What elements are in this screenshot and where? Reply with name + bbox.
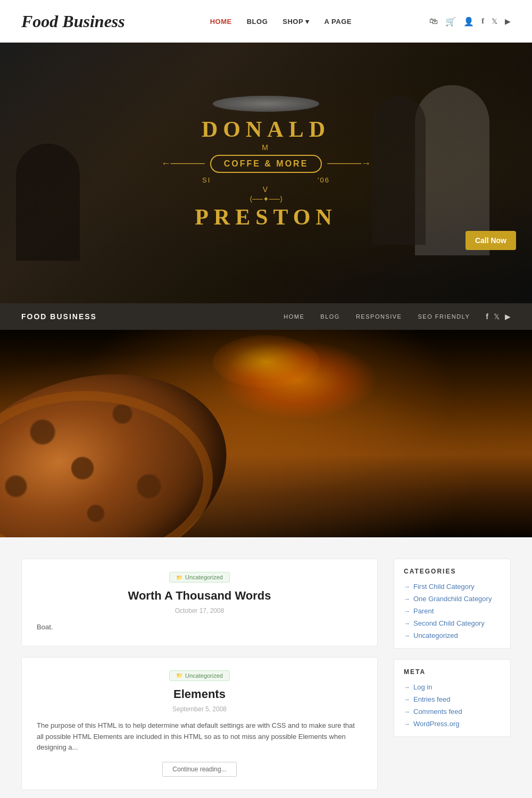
hero-year: '06: [318, 176, 330, 184]
pizza-section: [0, 330, 532, 537]
meta-list: Log in Entries feed Comments feed WordPr…: [404, 683, 501, 728]
post-card-1: Uncategorized Worth A Thousand Words Oct…: [21, 559, 378, 646]
list-item: Parent: [404, 607, 501, 615]
hero-donald-text: DONALD: [202, 117, 330, 142]
hero-logo-content: DONALD M ←───── COFFE & MORE ─────→ SI '…: [161, 117, 371, 230]
second-bar: FOOD BUSINESS HOME BLOG RESPONSIVE SEO F…: [0, 303, 532, 330]
post-2-date: September 5, 2008: [37, 705, 362, 713]
categories-widget: CATEGORIES First Child Category One Gran…: [394, 559, 511, 649]
post-1-excerpt: Boat.: [37, 622, 362, 633]
sub-arrow-left: ⟨──✦──⟩: [250, 195, 282, 203]
post-2-category: Uncategorized: [37, 670, 362, 681]
bag-icon[interactable]: 🛍: [429, 16, 438, 26]
post-2-title: Elements: [37, 687, 362, 701]
content-area: Uncategorized Worth A Thousand Words Oct…: [0, 537, 532, 798]
youtube-icon[interactable]: ▶: [505, 17, 511, 26]
post-1-date: October 17, 2008: [37, 607, 362, 614]
category-first-child[interactable]: First Child Category: [404, 583, 501, 591]
meta-wordpress[interactable]: WordPress.org: [404, 720, 501, 728]
continue-reading-wrapper: Continue reading...: [37, 762, 362, 777]
second-youtube-icon[interactable]: ▶: [505, 312, 511, 321]
category-second-child[interactable]: Second Child Category: [404, 619, 501, 627]
second-nav-blog[interactable]: BLOG: [320, 313, 340, 320]
call-now-button[interactable]: Call Now: [466, 231, 516, 250]
top-navigation: Food Business HOME BLOG SHOP ▾ A PAGE 🛍 …: [0, 0, 532, 43]
main-nav: HOME BLOG SHOP ▾ A PAGE: [210, 18, 352, 26]
second-nav: HOME BLOG RESPONSIVE SEO FRIENDLY: [284, 313, 470, 320]
category-badge-1[interactable]: Uncategorized: [169, 572, 230, 583]
user-icon[interactable]: 👤: [463, 16, 474, 27]
list-item: WordPress.org: [404, 720, 501, 728]
hero-preston-text: PRESTON: [195, 204, 337, 230]
pizza-image: [0, 362, 303, 537]
arrow-right-icon: ─────→: [327, 158, 371, 169]
sidebar: CATEGORIES First Child Category One Gran…: [394, 559, 511, 790]
site-title: Food Business: [21, 12, 125, 31]
list-item: Comments feed: [404, 708, 501, 716]
list-item: Entries feed: [404, 695, 501, 703]
second-nav-responsive[interactable]: RESPONSIVE: [356, 313, 402, 320]
post-1-category: Uncategorized: [37, 572, 362, 583]
continue-reading-button[interactable]: Continue reading...: [162, 762, 236, 777]
list-item: First Child Category: [404, 583, 501, 591]
list-item: Uncategorized: [404, 631, 501, 639]
list-item: One Grandchild Category: [404, 595, 501, 603]
hero-section: DONALD M ←───── COFFE & MORE ─────→ SI '…: [0, 43, 532, 303]
twitter-icon[interactable]: 𝕏: [492, 17, 497, 26]
hero-si-06-row: SI '06: [202, 176, 330, 184]
category-badge-2[interactable]: Uncategorized: [169, 670, 230, 681]
category-parent[interactable]: Parent: [404, 607, 501, 615]
main-content: Uncategorized Worth A Thousand Words Oct…: [21, 559, 378, 790]
category-uncategorized[interactable]: Uncategorized: [404, 631, 501, 639]
nav-icons: 🛍 🛒 👤 f 𝕏 ▶: [429, 16, 511, 27]
arrow-left-icon: ←─────: [161, 158, 205, 169]
hero-v-text: V: [263, 185, 269, 194]
hero-logo: DONALD M ←───── COFFE & MORE ─────→ SI '…: [161, 117, 371, 230]
nav-blog[interactable]: BLOG: [247, 18, 268, 26]
hero-sub-arrows: ⟨──✦──⟩: [250, 195, 282, 203]
category-grandchild[interactable]: One Grandchild Category: [404, 595, 501, 603]
second-bar-icons: f 𝕏 ▶: [486, 312, 511, 321]
hero-arrows-row: ←───── COFFE & MORE ─────→: [161, 155, 371, 173]
post-card-2: Uncategorized Elements September 5, 2008…: [21, 657, 378, 790]
cart-icon[interactable]: 🛒: [445, 16, 456, 27]
second-twitter-icon[interactable]: 𝕏: [494, 312, 500, 321]
hero-si: SI: [202, 176, 211, 184]
categories-list: First Child Category One Grandchild Cate…: [404, 583, 501, 639]
post-2-excerpt: The purpose of this HTML is to help dete…: [37, 720, 362, 753]
meta-title: META: [404, 668, 501, 676]
hero-m-text: M: [262, 143, 270, 152]
second-nav-seo[interactable]: SEO FRIENDLY: [418, 313, 470, 320]
nav-shop[interactable]: SHOP ▾: [282, 18, 309, 26]
second-bar-title: FOOD BUSINESS: [21, 312, 97, 321]
second-facebook-icon[interactable]: f: [486, 312, 488, 321]
nav-page[interactable]: A PAGE: [325, 18, 352, 26]
meta-login[interactable]: Log in: [404, 683, 501, 691]
categories-title: CATEGORIES: [404, 568, 501, 575]
hero-coffe-label: COFFE & MORE: [210, 155, 322, 173]
post-1-title: Worth A Thousand Words: [37, 589, 362, 603]
meta-entries-feed[interactable]: Entries feed: [404, 695, 501, 703]
list-item: Second Child Category: [404, 619, 501, 627]
nav-home[interactable]: HOME: [210, 18, 232, 26]
facebook-icon[interactable]: f: [481, 17, 484, 26]
second-nav-home[interactable]: HOME: [284, 313, 304, 320]
meta-comments-feed[interactable]: Comments feed: [404, 708, 501, 716]
list-item: Log in: [404, 683, 501, 691]
meta-widget: META Log in Entries feed Comments feed W…: [394, 659, 511, 737]
